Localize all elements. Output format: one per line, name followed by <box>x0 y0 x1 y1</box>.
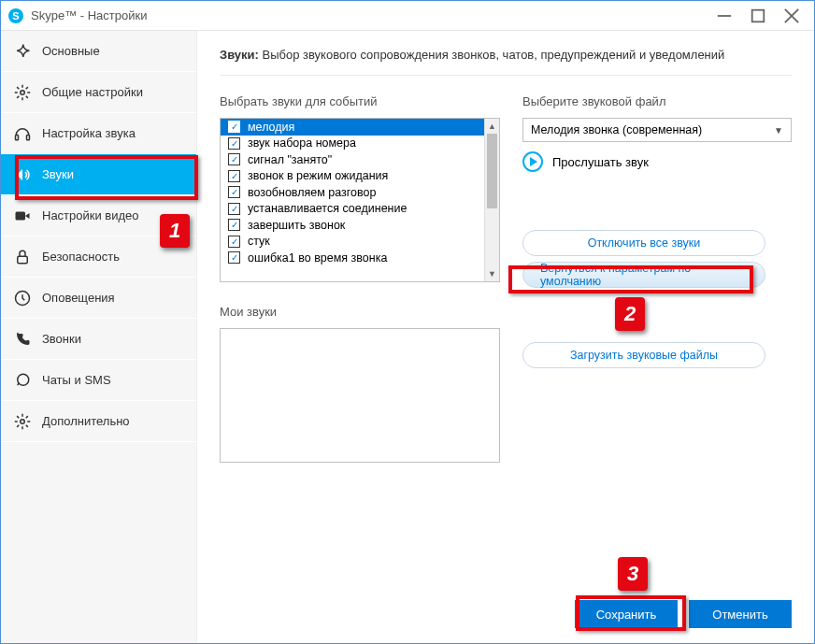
calls-icon <box>14 331 31 348</box>
sidebar-item-label: Оповещения <box>42 291 115 305</box>
event-label: возобновляем разговор <box>248 186 376 199</box>
sidebar-item-chats-sms[interactable]: Чаты и SMS <box>1 360 196 401</box>
event-item[interactable]: ✓мелодия <box>221 119 484 136</box>
event-label: звонок в режим ожидания <box>248 169 388 182</box>
sidebar-item-label: Настройки видео <box>42 208 139 222</box>
settings-sidebar: ОсновныеОбщие настройкиНастройка звукаЗв… <box>1 31 197 643</box>
sidebar-item-label: Дополнительно <box>42 414 130 428</box>
scroll-thumb[interactable] <box>487 134 497 208</box>
sidebar-item-label: Звуки <box>42 167 74 181</box>
maximize-button[interactable] <box>741 3 775 29</box>
sidebar-item-label: Звонки <box>42 332 81 346</box>
play-icon <box>522 151 543 172</box>
checkbox-icon[interactable]: ✓ <box>228 219 240 231</box>
mysounds-label: Мои звуки <box>220 305 500 319</box>
events-label: Выбрать звуки для событий <box>220 94 500 108</box>
soundfile-select[interactable]: Мелодия звонка (современная) ▼ <box>522 118 792 142</box>
chats-sms-icon <box>14 372 31 389</box>
checkbox-icon[interactable]: ✓ <box>228 153 240 165</box>
sidebar-item-advanced[interactable]: Дополнительно <box>1 401 196 442</box>
panel-header: Звуки: Выбор звукового сопровождения зво… <box>220 48 792 76</box>
svg-rect-1 <box>752 9 765 21</box>
minimize-button[interactable] <box>708 3 741 29</box>
event-item[interactable]: ✓завершить звонок <box>221 217 484 234</box>
sounds-icon <box>14 166 31 183</box>
checkbox-icon[interactable]: ✓ <box>228 236 240 248</box>
sidebar-item-video-settings[interactable]: Настройки видео <box>1 195 196 236</box>
event-label: ошибка1 во время звонка <box>248 251 387 265</box>
security-icon <box>14 249 31 265</box>
svg-rect-8 <box>18 256 28 264</box>
event-label: стук <box>248 235 270 248</box>
svg-point-4 <box>21 90 25 94</box>
event-item[interactable]: ✓стук <box>221 234 484 250</box>
events-listbox[interactable]: ✓мелодия✓звук набора номера✓сигнал "заня… <box>220 118 500 282</box>
event-item[interactable]: ✓ошибка1 во время звонка <box>221 250 484 266</box>
panel-title: Звуки: <box>220 48 259 62</box>
sidebar-item-label: Основные <box>42 44 100 58</box>
event-label: мелодия <box>248 121 294 134</box>
checkbox-icon[interactable]: ✓ <box>228 186 240 198</box>
sidebar-item-sounds[interactable]: Звуки <box>1 154 196 195</box>
svg-rect-6 <box>27 135 30 139</box>
titlebar: S Skype™ - Настройки <box>1 1 814 31</box>
main-panel: Звуки: Выбор звукового сопровождения зво… <box>197 31 814 643</box>
event-label: завершить звонок <box>248 219 345 232</box>
audio-settings-icon <box>14 125 31 142</box>
save-button[interactable]: Сохранить <box>575 600 678 628</box>
dialog-footer: Сохранить Отменить <box>575 600 792 628</box>
checkbox-icon[interactable]: ✓ <box>228 251 240 264</box>
sidebar-item-calls[interactable]: Звонки <box>1 319 196 360</box>
svg-rect-5 <box>16 135 19 139</box>
notifications-icon <box>14 290 31 307</box>
checkbox-icon[interactable]: ✓ <box>228 170 240 182</box>
sidebar-item-label: Настройка звука <box>42 126 136 140</box>
mute-all-button[interactable]: Отключить все звуки <box>522 230 765 256</box>
sidebar-item-general-settings[interactable]: Общие настройки <box>1 72 196 113</box>
sidebar-item-label: Общие настройки <box>42 85 143 99</box>
event-item[interactable]: ✓звонок в режим ожидания <box>221 168 484 185</box>
chevron-down-icon: ▼ <box>774 125 783 136</box>
close-button[interactable] <box>775 3 808 29</box>
event-item[interactable]: ✓звук набора номера <box>221 136 484 152</box>
window-title: Skype™ - Настройки <box>31 8 708 22</box>
sidebar-item-security[interactable]: Безопасность <box>1 236 196 278</box>
skype-logo-icon: S <box>8 8 23 23</box>
cancel-button[interactable]: Отменить <box>689 600 792 628</box>
play-label: Прослушать звук <box>552 155 649 169</box>
event-label: звук набора номера <box>248 136 356 150</box>
general-settings-icon <box>14 84 31 101</box>
scroll-up-icon[interactable]: ▲ <box>485 119 499 134</box>
sidebar-item-label: Безопасность <box>42 250 120 264</box>
sidebar-item-audio-settings[interactable]: Настройка звука <box>1 113 196 154</box>
sidebar-item-notifications[interactable]: Оповещения <box>1 278 196 319</box>
event-label: устанавливается соединение <box>248 202 407 215</box>
general-icon <box>14 43 31 60</box>
video-settings-icon <box>14 208 31 224</box>
soundfile-selected: Мелодия звонка (современная) <box>531 123 702 136</box>
svg-point-10 <box>21 419 25 423</box>
scroll-down-icon[interactable]: ▼ <box>485 266 499 281</box>
event-label: сигнал "занято" <box>248 153 332 166</box>
checkbox-icon[interactable]: ✓ <box>228 121 240 133</box>
load-sound-files-button[interactable]: Загрузить звуковые файлы <box>522 342 765 368</box>
svg-rect-7 <box>16 211 26 220</box>
event-item[interactable]: ✓сигнал "занято" <box>221 151 484 168</box>
soundfile-label: Выберите звуковой файл <box>522 94 792 108</box>
panel-description: Выбор звукового сопровождения звонков, ч… <box>263 48 725 62</box>
mysounds-listbox[interactable] <box>220 328 500 463</box>
reset-defaults-button[interactable]: Вернуться к параметрам по умолчанию <box>522 262 765 288</box>
advanced-icon <box>14 413 31 430</box>
events-scrollbar[interactable]: ▲ ▼ <box>484 119 499 281</box>
sidebar-item-label: Чаты и SMS <box>42 373 111 387</box>
checkbox-icon[interactable]: ✓ <box>228 137 240 150</box>
event-item[interactable]: ✓устанавливается соединение <box>221 201 484 218</box>
play-sound-button[interactable]: Прослушать звук <box>522 151 792 172</box>
sidebar-item-general[interactable]: Основные <box>1 31 196 72</box>
checkbox-icon[interactable]: ✓ <box>228 203 240 215</box>
event-item[interactable]: ✓возобновляем разговор <box>221 184 484 201</box>
